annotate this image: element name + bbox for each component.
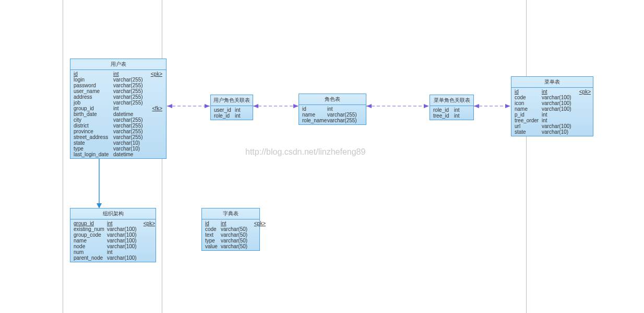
column-row: existing_numvarchar(100) <box>74 226 152 232</box>
entity-menu-table[interactable]: 菜单表 idint<pk>codevarchar(100)iconvarchar… <box>511 76 593 136</box>
column-row: tree_orderint <box>515 118 590 123</box>
column-row: idint <box>302 106 363 112</box>
column-row: typevarchar(50) <box>205 238 256 244</box>
entity-body: idint<pk>codevarchar(50)textvarchar(50)t… <box>202 219 259 250</box>
column-row: jobvarchar(255) <box>74 100 163 106</box>
svg-marker-4 <box>253 104 258 108</box>
column-row: codevarchar(50) <box>205 226 256 232</box>
column-row: statevarchar(10) <box>74 140 163 146</box>
svg-marker-5 <box>293 104 299 108</box>
column-row: iconvarchar(100) <box>515 100 590 106</box>
column-row: codevarchar(100) <box>515 95 590 100</box>
column-row: idint<pk> <box>74 71 163 77</box>
column-row: urlvarchar(100) <box>515 123 590 129</box>
entity-org-table[interactable]: 组织架构 group_idint<pk>existing_numvarchar(… <box>70 208 156 262</box>
column-row: cityvarchar(255) <box>74 117 163 123</box>
column-row: group_codevarchar(100) <box>74 232 152 238</box>
column-row: p_idint <box>515 112 590 118</box>
entity-user-table[interactable]: 用户表 idint<pk>loginvarchar(255)passwordva… <box>70 59 166 159</box>
column-row: group_idint<fk> <box>74 106 163 111</box>
entity-user-role-table[interactable]: 用户角色关联表 user_idintrole_idint <box>210 95 253 120</box>
svg-marker-7 <box>366 104 372 108</box>
column-row: role_idint <box>433 107 470 113</box>
entity-body: group_idint<pk>existing_numvarchar(100)g… <box>70 219 156 262</box>
column-row: role_namevarchar(255) <box>302 118 363 123</box>
entity-title: 字典表 <box>202 208 259 219</box>
column-row: parent_nodevarchar(100) <box>74 255 152 261</box>
column-row: birth_datedatetime <box>74 111 163 117</box>
column-row: numint <box>74 249 152 255</box>
svg-marker-8 <box>424 104 429 108</box>
entity-body: idint<pk>codevarchar(100)iconvarchar(100… <box>511 88 593 136</box>
column-row: valuevarchar(50) <box>205 244 256 249</box>
column-row: user_namevarchar(255) <box>74 88 163 94</box>
column-row: idint<pk> <box>515 89 590 95</box>
entity-title: 菜单表 <box>511 77 593 88</box>
entity-title: 角色表 <box>299 94 366 105</box>
column-row: last_login_datedatetime <box>74 152 163 157</box>
entity-body: role_idinttree_idint <box>430 106 473 120</box>
column-row: typevarchar(10) <box>74 146 163 152</box>
column-row: loginvarchar(255) <box>74 77 163 83</box>
column-row: user_idint <box>214 107 249 113</box>
column-row: namevarchar(100) <box>515 106 590 112</box>
column-row: role_idint <box>214 113 249 119</box>
column-row: passwordvarchar(255) <box>74 83 163 88</box>
entity-title: 菜单角色关联表 <box>430 95 473 106</box>
column-row: provincevarchar(255) <box>74 129 163 134</box>
entity-role-table[interactable]: 角色表 idintnamevarchar(255)role_namevarcha… <box>299 94 366 125</box>
svg-marker-2 <box>205 104 210 108</box>
column-row: street_addressvarchar(255) <box>74 134 163 140</box>
svg-marker-10 <box>474 104 479 108</box>
entity-body: idint<pk>loginvarchar(255)passwordvarcha… <box>70 70 166 158</box>
watermark-text: http://blog.csdn.net/linzhefeng89 <box>245 147 365 157</box>
column-row: nodevarchar(100) <box>74 244 152 249</box>
column-row: statevarchar(10) <box>515 129 590 135</box>
column-row: namevarchar(100) <box>74 238 152 244</box>
column-row: namevarchar(255) <box>302 112 363 118</box>
entity-body: user_idintrole_idint <box>211 106 253 120</box>
entity-dict-table[interactable]: 字典表 idint<pk>codevarchar(50)textvarchar(… <box>201 208 260 251</box>
column-row: textvarchar(50) <box>205 232 256 238</box>
guide-line <box>63 0 63 313</box>
entity-title: 组织架构 <box>70 208 156 219</box>
column-row: idint<pk> <box>205 221 256 226</box>
column-row: districtvarchar(255) <box>74 123 163 129</box>
column-row: addressvarchar(255) <box>74 94 163 100</box>
entity-title: 用户表 <box>70 59 166 70</box>
entity-body: idintnamevarchar(255)role_namevarchar(25… <box>299 105 366 124</box>
column-row: group_idint<pk> <box>74 221 152 226</box>
svg-marker-1 <box>167 104 172 108</box>
entity-menu-role-table[interactable]: 菜单角色关联表 role_idinttree_idint <box>430 95 474 120</box>
entity-title: 用户角色关联表 <box>211 95 253 106</box>
svg-marker-11 <box>505 104 510 108</box>
guide-line <box>526 0 527 313</box>
column-row: tree_idint <box>433 113 470 119</box>
